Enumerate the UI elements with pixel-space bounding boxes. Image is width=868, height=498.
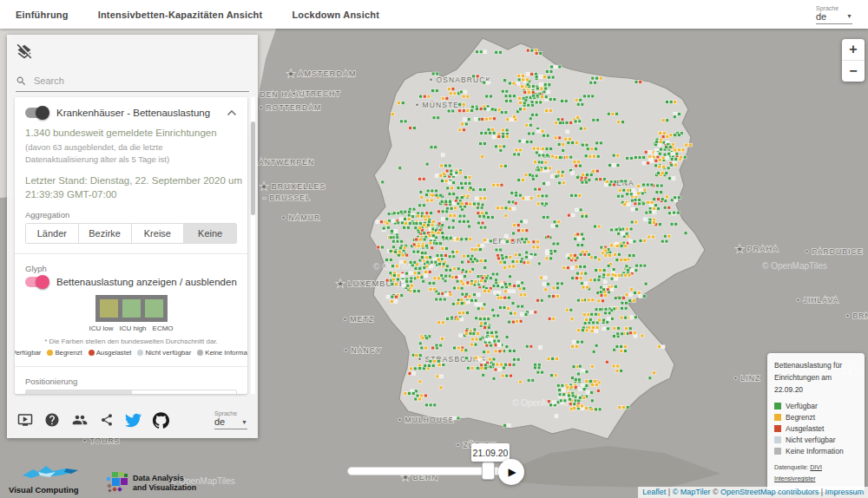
hospital-glyph[interactable] [386, 295, 398, 298]
hospital-glyph[interactable] [511, 260, 523, 264]
hospital-glyph[interactable] [450, 276, 462, 279]
hospital-glyph[interactable] [491, 308, 495, 311]
hospital-glyph[interactable] [618, 188, 629, 192]
hospital-glyph[interactable] [500, 283, 511, 286]
hospital-glyph[interactable] [504, 363, 516, 366]
attribution-link[interactable]: Leaflet [642, 488, 666, 496]
hospital-glyph[interactable] [426, 189, 437, 193]
hospital-glyph[interactable] [509, 275, 512, 278]
hospital-glyph[interactable] [425, 162, 429, 166]
timeline-play-button[interactable]: ▶ [498, 459, 524, 485]
hospital-glyph[interactable] [417, 244, 428, 247]
top-language-select[interactable]: Sprache de ▼ [816, 5, 852, 24]
hospital-glyph[interactable] [431, 223, 434, 226]
hospital-glyph[interactable] [612, 268, 615, 272]
hospital-glyph[interactable] [494, 344, 497, 347]
layer-toggle[interactable] [25, 108, 48, 118]
hospital-glyph[interactable] [469, 187, 472, 190]
attribution-link[interactable]: OpenStreetMap contributors [720, 488, 819, 496]
hospital-glyph[interactable] [501, 374, 512, 377]
nav-intensivbetten-ansicht[interactable]: Intensivbetten-Kapazitäten Ansicht [98, 10, 263, 20]
hospital-glyph[interactable] [653, 198, 664, 201]
hospital-glyph[interactable] [592, 350, 595, 353]
hospital-glyph[interactable] [499, 296, 510, 299]
search-input[interactable] [32, 75, 235, 87]
hospital-glyph[interactable] [503, 79, 507, 82]
hospital-glyph[interactable] [505, 345, 509, 349]
hospital-glyph[interactable] [596, 390, 600, 393]
hospital-glyph[interactable] [458, 311, 462, 315]
hospital-glyph[interactable] [440, 274, 444, 278]
hospital-glyph[interactable] [382, 226, 385, 230]
hospital-glyph[interactable] [588, 326, 599, 330]
hospital-glyph[interactable] [415, 238, 426, 241]
hospital-glyph[interactable] [607, 318, 610, 321]
hospital-glyph[interactable] [595, 178, 606, 181]
hospital-glyph[interactable] [590, 364, 594, 368]
hospital-glyph[interactable] [418, 342, 422, 345]
hospital-glyph[interactable] [429, 359, 440, 363]
hospital-glyph[interactable] [649, 158, 653, 161]
hospital-glyph[interactable] [597, 258, 601, 261]
hospital-glyph[interactable] [389, 236, 392, 239]
hospital-glyph[interactable] [526, 83, 529, 87]
hospital-glyph[interactable] [570, 318, 574, 321]
hospital-glyph[interactable] [399, 210, 411, 213]
hospital-glyph[interactable] [535, 75, 546, 79]
hospital-glyph[interactable] [582, 174, 593, 177]
hospital-glyph[interactable] [569, 397, 572, 401]
zoom-out-button[interactable]: − [842, 61, 865, 82]
hospital-glyph[interactable] [418, 380, 422, 383]
hospital-glyph[interactable] [482, 373, 485, 377]
hospital-glyph[interactable] [495, 278, 498, 282]
hospital-glyph[interactable] [391, 113, 395, 116]
hospital-glyph[interactable] [504, 234, 508, 238]
legend-source-link-intensivregister[interactable]: Intensivregister [774, 475, 815, 482]
hospital-glyph[interactable] [435, 298, 446, 301]
hospital-glyph[interactable] [666, 101, 677, 104]
hospital-glyph[interactable] [477, 275, 480, 278]
dav-logo[interactable]: Data Analysis and Visualization [106, 472, 196, 495]
hospital-glyph[interactable] [576, 116, 580, 120]
hospital-glyph[interactable] [429, 241, 440, 245]
hospital-glyph[interactable] [483, 239, 487, 242]
hospital-glyph[interactable] [581, 370, 584, 373]
hospital-glyph[interactable] [419, 95, 431, 98]
hospital-glyph[interactable] [505, 336, 509, 339]
hospital-glyph[interactable] [665, 195, 668, 199]
hospital-glyph[interactable] [477, 357, 481, 361]
hospital-glyph[interactable] [401, 279, 412, 283]
hospital-glyph[interactable] [583, 95, 595, 98]
hospital-glyph[interactable] [522, 197, 533, 200]
hospital-glyph[interactable] [575, 265, 586, 268]
hospital-glyph[interactable] [475, 197, 486, 200]
hospital-glyph[interactable] [641, 334, 644, 337]
zoom-in-button[interactable]: + [842, 39, 865, 61]
hospital-glyph[interactable] [529, 117, 532, 121]
hospital-glyph[interactable] [440, 164, 451, 167]
hospital-glyph[interactable] [496, 206, 508, 210]
hospital-glyph[interactable] [579, 252, 590, 256]
hospital-glyph[interactable] [504, 95, 516, 98]
hospital-glyph[interactable] [483, 266, 487, 270]
hospital-glyph[interactable] [514, 201, 517, 205]
hospital-glyph[interactable] [577, 329, 589, 332]
hospital-glyph[interactable] [393, 274, 404, 278]
hospital-glyph[interactable] [499, 148, 503, 152]
hospital-glyph[interactable] [566, 385, 577, 389]
attribution-link[interactable]: Impressum [825, 488, 864, 496]
nav-einfuehrung[interactable]: Einführung [16, 10, 69, 20]
hospital-glyph[interactable] [589, 278, 601, 282]
hospital-glyph[interactable] [667, 212, 671, 215]
hospital-glyph[interactable] [398, 167, 402, 170]
hospital-glyph[interactable] [484, 131, 496, 134]
hospital-glyph[interactable] [439, 386, 443, 390]
hospital-glyph[interactable] [589, 154, 600, 158]
hospital-glyph[interactable] [634, 156, 645, 160]
hospital-glyph[interactable] [419, 190, 423, 193]
glyph-visibility-toggle[interactable] [25, 277, 48, 287]
hospital-glyph[interactable] [605, 360, 608, 364]
hospital-glyph[interactable] [574, 237, 585, 240]
hospital-glyph[interactable] [410, 272, 421, 275]
hospital-glyph[interactable] [409, 290, 420, 293]
